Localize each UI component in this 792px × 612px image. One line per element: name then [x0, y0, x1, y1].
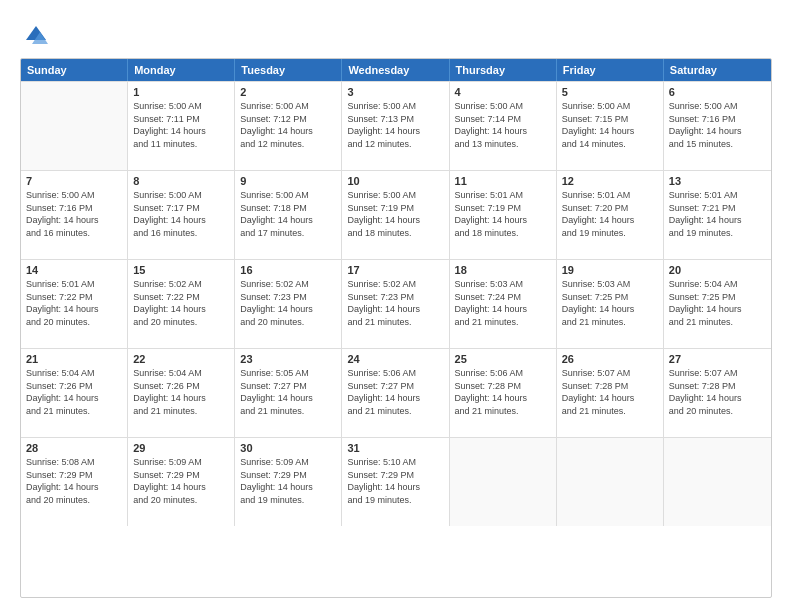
day-info: Sunrise: 5:05 AM Sunset: 7:27 PM Dayligh…: [240, 367, 336, 417]
cal-week-row: 1Sunrise: 5:00 AM Sunset: 7:11 PM Daylig…: [21, 81, 771, 170]
cal-cell: 21Sunrise: 5:04 AM Sunset: 7:26 PM Dayli…: [21, 349, 128, 437]
cal-cell: [557, 438, 664, 526]
cal-cell: 15Sunrise: 5:02 AM Sunset: 7:22 PM Dayli…: [128, 260, 235, 348]
day-number: 6: [669, 86, 766, 98]
cal-header-cell: Tuesday: [235, 59, 342, 81]
cal-cell: [21, 82, 128, 170]
day-number: 31: [347, 442, 443, 454]
day-info: Sunrise: 5:09 AM Sunset: 7:29 PM Dayligh…: [240, 456, 336, 506]
day-info: Sunrise: 5:03 AM Sunset: 7:24 PM Dayligh…: [455, 278, 551, 328]
cal-cell: [664, 438, 771, 526]
cal-cell: 12Sunrise: 5:01 AM Sunset: 7:20 PM Dayli…: [557, 171, 664, 259]
day-info: Sunrise: 5:04 AM Sunset: 7:25 PM Dayligh…: [669, 278, 766, 328]
day-number: 21: [26, 353, 122, 365]
cal-cell: 14Sunrise: 5:01 AM Sunset: 7:22 PM Dayli…: [21, 260, 128, 348]
calendar-body: 1Sunrise: 5:00 AM Sunset: 7:11 PM Daylig…: [21, 81, 771, 526]
day-info: Sunrise: 5:00 AM Sunset: 7:19 PM Dayligh…: [347, 189, 443, 239]
day-info: Sunrise: 5:06 AM Sunset: 7:27 PM Dayligh…: [347, 367, 443, 417]
day-info: Sunrise: 5:08 AM Sunset: 7:29 PM Dayligh…: [26, 456, 122, 506]
logo-icon: [20, 22, 48, 50]
day-info: Sunrise: 5:02 AM Sunset: 7:22 PM Dayligh…: [133, 278, 229, 328]
cal-cell: 10Sunrise: 5:00 AM Sunset: 7:19 PM Dayli…: [342, 171, 449, 259]
day-info: Sunrise: 5:01 AM Sunset: 7:22 PM Dayligh…: [26, 278, 122, 328]
day-number: 9: [240, 175, 336, 187]
cal-cell: 23Sunrise: 5:05 AM Sunset: 7:27 PM Dayli…: [235, 349, 342, 437]
logo: [20, 22, 52, 50]
cal-header-cell: Saturday: [664, 59, 771, 81]
day-number: 20: [669, 264, 766, 276]
cal-header-cell: Sunday: [21, 59, 128, 81]
day-info: Sunrise: 5:07 AM Sunset: 7:28 PM Dayligh…: [562, 367, 658, 417]
cal-cell: 5Sunrise: 5:00 AM Sunset: 7:15 PM Daylig…: [557, 82, 664, 170]
day-number: 8: [133, 175, 229, 187]
day-number: 16: [240, 264, 336, 276]
page: SundayMondayTuesdayWednesdayThursdayFrid…: [0, 0, 792, 612]
day-info: Sunrise: 5:00 AM Sunset: 7:18 PM Dayligh…: [240, 189, 336, 239]
day-number: 5: [562, 86, 658, 98]
day-info: Sunrise: 5:01 AM Sunset: 7:19 PM Dayligh…: [455, 189, 551, 239]
day-number: 15: [133, 264, 229, 276]
day-number: 24: [347, 353, 443, 365]
day-info: Sunrise: 5:01 AM Sunset: 7:20 PM Dayligh…: [562, 189, 658, 239]
cal-cell: 29Sunrise: 5:09 AM Sunset: 7:29 PM Dayli…: [128, 438, 235, 526]
day-number: 10: [347, 175, 443, 187]
cal-cell: 4Sunrise: 5:00 AM Sunset: 7:14 PM Daylig…: [450, 82, 557, 170]
cal-cell: 31Sunrise: 5:10 AM Sunset: 7:29 PM Dayli…: [342, 438, 449, 526]
day-info: Sunrise: 5:00 AM Sunset: 7:16 PM Dayligh…: [26, 189, 122, 239]
cal-cell: 28Sunrise: 5:08 AM Sunset: 7:29 PM Dayli…: [21, 438, 128, 526]
cal-cell: 2Sunrise: 5:00 AM Sunset: 7:12 PM Daylig…: [235, 82, 342, 170]
cal-cell: 7Sunrise: 5:00 AM Sunset: 7:16 PM Daylig…: [21, 171, 128, 259]
day-info: Sunrise: 5:01 AM Sunset: 7:21 PM Dayligh…: [669, 189, 766, 239]
day-info: Sunrise: 5:00 AM Sunset: 7:15 PM Dayligh…: [562, 100, 658, 150]
day-info: Sunrise: 5:00 AM Sunset: 7:17 PM Dayligh…: [133, 189, 229, 239]
day-info: Sunrise: 5:02 AM Sunset: 7:23 PM Dayligh…: [240, 278, 336, 328]
cal-week-row: 28Sunrise: 5:08 AM Sunset: 7:29 PM Dayli…: [21, 437, 771, 526]
cal-cell: 30Sunrise: 5:09 AM Sunset: 7:29 PM Dayli…: [235, 438, 342, 526]
calendar: SundayMondayTuesdayWednesdayThursdayFrid…: [20, 58, 772, 598]
header: [20, 18, 772, 50]
cal-cell: 19Sunrise: 5:03 AM Sunset: 7:25 PM Dayli…: [557, 260, 664, 348]
cal-header-cell: Wednesday: [342, 59, 449, 81]
day-number: 26: [562, 353, 658, 365]
cal-cell: 27Sunrise: 5:07 AM Sunset: 7:28 PM Dayli…: [664, 349, 771, 437]
day-number: 29: [133, 442, 229, 454]
day-number: 7: [26, 175, 122, 187]
cal-cell: 3Sunrise: 5:00 AM Sunset: 7:13 PM Daylig…: [342, 82, 449, 170]
cal-cell: 25Sunrise: 5:06 AM Sunset: 7:28 PM Dayli…: [450, 349, 557, 437]
calendar-header-row: SundayMondayTuesdayWednesdayThursdayFrid…: [21, 59, 771, 81]
cal-cell: 13Sunrise: 5:01 AM Sunset: 7:21 PM Dayli…: [664, 171, 771, 259]
day-info: Sunrise: 5:10 AM Sunset: 7:29 PM Dayligh…: [347, 456, 443, 506]
day-info: Sunrise: 5:00 AM Sunset: 7:12 PM Dayligh…: [240, 100, 336, 150]
day-number: 30: [240, 442, 336, 454]
day-info: Sunrise: 5:06 AM Sunset: 7:28 PM Dayligh…: [455, 367, 551, 417]
day-number: 18: [455, 264, 551, 276]
day-info: Sunrise: 5:09 AM Sunset: 7:29 PM Dayligh…: [133, 456, 229, 506]
day-info: Sunrise: 5:04 AM Sunset: 7:26 PM Dayligh…: [26, 367, 122, 417]
day-number: 2: [240, 86, 336, 98]
day-number: 17: [347, 264, 443, 276]
day-info: Sunrise: 5:00 AM Sunset: 7:13 PM Dayligh…: [347, 100, 443, 150]
cal-cell: 9Sunrise: 5:00 AM Sunset: 7:18 PM Daylig…: [235, 171, 342, 259]
cal-cell: 6Sunrise: 5:00 AM Sunset: 7:16 PM Daylig…: [664, 82, 771, 170]
cal-cell: 26Sunrise: 5:07 AM Sunset: 7:28 PM Dayli…: [557, 349, 664, 437]
day-info: Sunrise: 5:03 AM Sunset: 7:25 PM Dayligh…: [562, 278, 658, 328]
day-number: 23: [240, 353, 336, 365]
day-number: 27: [669, 353, 766, 365]
day-info: Sunrise: 5:00 AM Sunset: 7:14 PM Dayligh…: [455, 100, 551, 150]
day-number: 4: [455, 86, 551, 98]
day-info: Sunrise: 5:04 AM Sunset: 7:26 PM Dayligh…: [133, 367, 229, 417]
cal-cell: [450, 438, 557, 526]
cal-cell: 16Sunrise: 5:02 AM Sunset: 7:23 PM Dayli…: [235, 260, 342, 348]
cal-header-cell: Monday: [128, 59, 235, 81]
day-info: Sunrise: 5:07 AM Sunset: 7:28 PM Dayligh…: [669, 367, 766, 417]
day-number: 1: [133, 86, 229, 98]
day-info: Sunrise: 5:00 AM Sunset: 7:16 PM Dayligh…: [669, 100, 766, 150]
day-number: 25: [455, 353, 551, 365]
cal-cell: 22Sunrise: 5:04 AM Sunset: 7:26 PM Dayli…: [128, 349, 235, 437]
cal-cell: 17Sunrise: 5:02 AM Sunset: 7:23 PM Dayli…: [342, 260, 449, 348]
day-number: 13: [669, 175, 766, 187]
cal-header-cell: Thursday: [450, 59, 557, 81]
day-number: 11: [455, 175, 551, 187]
cal-cell: 24Sunrise: 5:06 AM Sunset: 7:27 PM Dayli…: [342, 349, 449, 437]
cal-cell: 18Sunrise: 5:03 AM Sunset: 7:24 PM Dayli…: [450, 260, 557, 348]
